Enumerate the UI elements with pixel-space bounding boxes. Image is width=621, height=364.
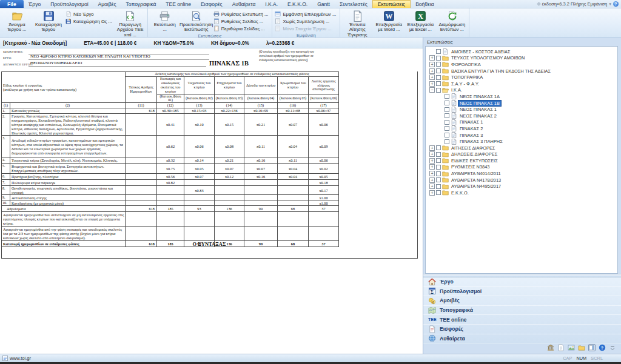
expand-icon[interactable]: + bbox=[429, 151, 435, 157]
expand-icon[interactable]: + bbox=[429, 177, 435, 183]
more-icon[interactable] bbox=[609, 344, 616, 351]
bank-icon[interactable] bbox=[547, 344, 554, 351]
tree-checkbox[interactable] bbox=[436, 88, 441, 93]
tab-συντελεστές[interactable]: Συντελεστές bbox=[335, 0, 372, 8]
tab-εισφορές[interactable]: Εισφορές bbox=[196, 0, 227, 8]
tree-item[interactable]: ΝΕΟΣ ΠΙΝΑΚΑΣ 2 bbox=[426, 113, 617, 119]
tree-checkbox[interactable] bbox=[436, 49, 441, 54]
folder-icon[interactable] bbox=[578, 344, 585, 351]
tree-item[interactable]: +ΦΟΡΟΛΟΓΙΚΑ bbox=[426, 61, 617, 68]
tree-item[interactable]: ΑΜΟΙΒΕΣ - ΚΟΣΤΟΣ ΑΔΕΙΑΣ bbox=[426, 48, 617, 55]
tree-item[interactable]: +ΡΥΘΜΙΣΕΙΣ N3843 bbox=[426, 164, 617, 171]
tree-checkbox[interactable] bbox=[445, 139, 449, 144]
ribbon-button[interactable]: Ρυθμίσεις Εκτυπωτή ... bbox=[212, 10, 271, 18]
tree-item[interactable]: +ΑΥΘΑΙΡΕΤΑ N4178/2013 bbox=[426, 177, 617, 184]
ribbon-button[interactable]: Νέο Έργο bbox=[64, 10, 115, 18]
expand-icon[interactable]: + bbox=[429, 55, 435, 61]
ribbon-button[interactable]: Καταχώρηση Ως ... bbox=[64, 18, 115, 25]
ribbon-button[interactable]: Προεπισκόπηση Εκτύπωσης bbox=[181, 9, 212, 33]
tree-checkbox[interactable] bbox=[436, 68, 441, 73]
tree-checkbox[interactable] bbox=[436, 152, 441, 157]
tree-item[interactable]: +ΑΥΘΑΙΡΕΤΑ N4014/2011 bbox=[426, 170, 617, 177]
tree-checkbox[interactable] bbox=[436, 75, 441, 80]
tab-ι-κ-α-[interactable]: Ι.Κ.Α. bbox=[260, 0, 283, 8]
nav-item-τοπογραφικά[interactable]: Τοπογραφικά bbox=[423, 306, 621, 316]
ribbon-button[interactable]: Χωρίς Συμπλήρωση ... bbox=[274, 18, 338, 25]
expand-icon[interactable]: + bbox=[429, 74, 435, 80]
tree-checkbox[interactable] bbox=[436, 171, 441, 176]
nav-item-προϋπολογισμοί[interactable]: ΣΠροϋπολογισμοί bbox=[423, 287, 621, 297]
tree-checkbox[interactable] bbox=[445, 94, 449, 99]
tree-item[interactable]: +ΕΙΔΙΚΕΣ ΕΚΤΥΠΩΣΕΙΣ bbox=[426, 157, 617, 164]
tree-checkbox[interactable] bbox=[445, 101, 449, 105]
tree-item[interactable]: +ΒΑΣΙΚΑ ΕΝΤΥΠΑ ΓΙΑ ΤΗΝ ΕΚΔΟΣΗ ΤΗΣ ΑΔΕΙΑΣ bbox=[426, 68, 617, 74]
expand-icon[interactable]: + bbox=[429, 81, 435, 87]
tree-item[interactable]: ΝΕΟΣ ΠΙΝΑΚΑΣ 1Α bbox=[426, 93, 617, 100]
tree-checkbox[interactable] bbox=[436, 56, 441, 61]
tab-tee-online[interactable]: TEE online bbox=[161, 0, 196, 8]
ribbon-button[interactable]: Ρυθμίσεις Σελίδας ... bbox=[212, 18, 271, 25]
tree-item[interactable]: +Ε.Κ.Κ.Ο. bbox=[426, 190, 617, 196]
ribbon-button[interactable]: Παραγωγή Αρχείου TEE xml ... bbox=[115, 9, 146, 38]
nav-item-έργο[interactable]: Έργο bbox=[423, 277, 621, 287]
ribbon-button[interactable]: Περιθώρια Σελίδας ... bbox=[212, 25, 271, 32]
help-icon[interactable]: ? bbox=[599, 344, 606, 351]
tree-item[interactable]: +ΔΗΛΩΣΕΙΣ ΔΙΑΦΟΡΕΣ bbox=[426, 151, 617, 158]
expand-icon[interactable]: + bbox=[429, 158, 435, 164]
expand-icon[interactable]: + bbox=[429, 184, 435, 189]
tree-checkbox[interactable] bbox=[436, 62, 441, 67]
tree-checkbox[interactable] bbox=[445, 126, 449, 131]
tree-item[interactable]: ΠΙΝΑΚΑΣ 3 bbox=[426, 132, 617, 139]
tree-checkbox[interactable] bbox=[445, 120, 449, 125]
nav-item-tee-online[interactable]: TEETEE online bbox=[423, 315, 621, 325]
tree-item[interactable]: ΝΕΟΣ ΠΙΝΑΚΑΣ 1 bbox=[426, 106, 617, 113]
ribbon-button[interactable]: Καταχώρηση Έργου bbox=[33, 9, 64, 38]
tab-βοήθεια[interactable]: Βοήθεια bbox=[411, 0, 438, 8]
tree-item[interactable]: ΠΙΝΑΚΑΣ 3 ΠΛΗΡΗΣ bbox=[426, 138, 617, 145]
tree-checkbox[interactable] bbox=[445, 113, 449, 118]
expand-icon[interactable]: + bbox=[429, 145, 435, 151]
help-icon[interactable]: ? bbox=[613, 1, 619, 7]
tab-εκτυπώσεις[interactable]: Εκτυπώσεις bbox=[372, 0, 411, 8]
tree-checkbox[interactable] bbox=[436, 190, 441, 195]
tab-προϋπολογισμοί[interactable]: Προϋπολογισμοί bbox=[45, 0, 93, 8]
expand-icon[interactable]: + bbox=[429, 171, 435, 176]
tab-ε-κ-κ-ο-[interactable]: Ε.Κ.Κ.Ο. bbox=[283, 0, 312, 8]
expand-icon[interactable]: + bbox=[429, 164, 435, 170]
collapse-icon[interactable]: − bbox=[429, 87, 435, 93]
expand-icon[interactable]: + bbox=[429, 62, 435, 67]
tree-item[interactable]: ΠΙΝΑΚΑΣ 1 bbox=[426, 119, 617, 126]
doc-icon[interactable] bbox=[557, 344, 565, 351]
tree-item[interactable]: +ΤΟΠΟΓΡΑΦΙΚΑ bbox=[426, 74, 617, 81]
tab-gantt[interactable]: Gantt bbox=[312, 0, 335, 8]
tab-αμοιβές[interactable]: Αμοιβές bbox=[93, 0, 121, 8]
tree-checkbox[interactable] bbox=[436, 184, 441, 189]
image-icon[interactable] bbox=[568, 344, 575, 351]
tree-item[interactable]: ΠΙΝΑΚΑΣ 2 bbox=[426, 125, 617, 132]
expand-icon[interactable]: + bbox=[429, 190, 435, 196]
tree-checkbox[interactable] bbox=[436, 177, 441, 182]
panel-icon[interactable] bbox=[588, 344, 596, 351]
expand-icon[interactable]: + bbox=[429, 68, 435, 74]
nav-item-εισφορές[interactable]: Εισφορές bbox=[423, 325, 621, 334]
tree-checkbox[interactable] bbox=[445, 133, 449, 137]
tree-checkbox[interactable] bbox=[436, 145, 441, 150]
tree-item[interactable]: ΝΕΟΣ ΠΙΝΑΚΑΣ 1Β bbox=[426, 100, 617, 107]
nav-item-αυθαίρετα[interactable]: Αυθαίρετα bbox=[423, 334, 621, 344]
tree-item[interactable]: +ΑΙΤΗΣΕΙΣ ΔΙΑΦΟΡΕΣ bbox=[426, 145, 617, 151]
tree-item[interactable]: −Ι.Κ.Α. bbox=[426, 87, 617, 94]
nav-item-αμοιβές[interactable]: €Αμοιβές bbox=[423, 296, 621, 306]
tab-αυθαίρετα[interactable]: Αυθαίρετα bbox=[227, 0, 261, 8]
ribbon-button[interactable]: Άνοιγμα Έργου ... bbox=[1, 9, 33, 38]
tree-item[interactable]: +ΤΕΥΧΟΣ ΥΠΟΛΟΓΙΣΜΟΥ ΑΜΟΙΒΩΝ bbox=[426, 55, 617, 62]
tab-τοπογραφικά[interactable]: Τοπογραφικά bbox=[121, 0, 161, 8]
status-url-area[interactable]: www.tol.gr bbox=[2, 356, 31, 361]
ribbon-button[interactable]: Εμφάνιση Επιλεγμένων ... bbox=[274, 10, 338, 18]
tree-checkbox[interactable] bbox=[436, 158, 441, 163]
tab-έργο[interactable]: Έργο bbox=[24, 0, 45, 8]
tree-checkbox[interactable] bbox=[436, 81, 441, 86]
ribbon-button[interactable]: Εκτύπωση ... bbox=[149, 9, 181, 33]
minimize-ribbon-icon[interactable]: ▾ bbox=[609, 1, 611, 7]
tree-item[interactable]: +Σ.Α.Υ - Φ.Α.Υ. bbox=[426, 81, 617, 87]
tab-file[interactable]: File bbox=[0, 0, 24, 8]
